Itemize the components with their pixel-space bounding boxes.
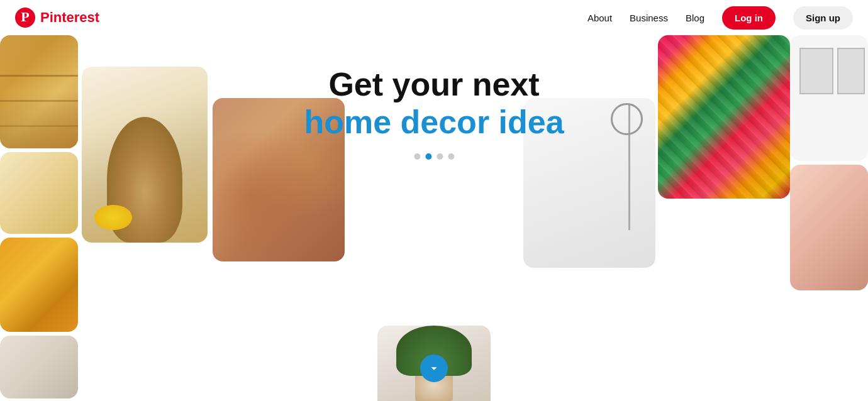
image-yellow-cushions	[0, 238, 78, 332]
image-col-far-left	[0, 35, 78, 401]
hero-line2: home decor idea	[304, 102, 564, 141]
image-lamp-detail	[0, 336, 78, 398]
image-col-near-right	[658, 35, 790, 401]
chevron-down-icon	[427, 361, 441, 375]
carousel-dots	[304, 153, 564, 160]
logo[interactable]: P Pinterest	[15, 8, 99, 28]
carousel-dot-1[interactable]	[414, 153, 420, 160]
logo-text: Pinterest	[40, 9, 99, 26]
nav-links: About Business Blog Log in Sign up	[587, 6, 853, 30]
hero-section: Get your next home decor idea	[0, 35, 868, 401]
carousel-dot-3[interactable]	[437, 153, 443, 160]
svg-text:P: P	[21, 9, 29, 25]
navbar: P Pinterest About Business Blog Log in S…	[0, 0, 868, 35]
carousel-dot-4[interactable]	[448, 153, 454, 160]
hero-line1: Get your next	[304, 67, 564, 102]
image-col-near-left	[82, 67, 208, 401]
image-colorful-textile	[658, 35, 790, 199]
signup-button[interactable]: Sign up	[793, 6, 853, 30]
image-col-far-right	[790, 35, 868, 401]
image-wall-art	[790, 35, 868, 161]
hero-content: Get your next home decor idea	[304, 67, 564, 160]
image-linens-shelf	[0, 35, 78, 148]
nav-blog[interactable]: Blog	[686, 13, 704, 23]
nav-business[interactable]: Business	[630, 13, 668, 23]
pinterest-logo-icon: P	[15, 8, 35, 28]
carousel-dot-2[interactable]	[425, 153, 431, 160]
image-pink-textile	[790, 165, 868, 290]
login-button[interactable]: Log in	[722, 6, 776, 30]
nav-about[interactable]: About	[587, 13, 612, 23]
scroll-down-button[interactable]	[420, 354, 448, 382]
image-fabric-stack	[0, 152, 78, 234]
image-ganesha-statue	[82, 67, 208, 243]
